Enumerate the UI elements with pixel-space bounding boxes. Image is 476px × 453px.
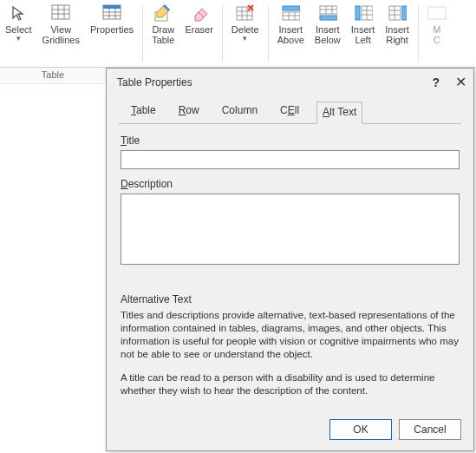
alt-text-panel: Title Description Alternative Text Title… — [107, 124, 473, 397]
svg-rect-0 — [52, 5, 69, 19]
ribbon: Select ▾ ViewGridlines Properties DrawTa… — [0, 0, 476, 68]
eraser-icon — [190, 3, 209, 23]
merge-cells-cut: MC — [422, 0, 452, 67]
tab-cell[interactable]: CEll — [275, 101, 304, 123]
separator — [142, 5, 143, 62]
eraser-button[interactable]: Eraser — [179, 0, 218, 67]
dialog-title: Table Properties — [117, 76, 192, 89]
svg-rect-39 — [428, 7, 446, 19]
close-button[interactable]: ✕ — [455, 74, 466, 90]
ribbon-group-label: Table — [0, 68, 106, 84]
cursor-icon — [9, 3, 28, 23]
svg-rect-6 — [103, 5, 121, 9]
cancel-button[interactable]: Cancel — [399, 419, 461, 440]
insert-col-left-icon — [354, 3, 373, 23]
view-gridlines-button[interactable]: ViewGridlines — [37, 0, 85, 67]
select-button[interactable]: Select ▾ — [0, 0, 37, 67]
tab-row[interactable]: Row — [173, 101, 205, 123]
description-input[interactable] — [121, 194, 460, 265]
help-button[interactable]: ? — [432, 76, 440, 89]
separator — [268, 5, 269, 62]
ok-button[interactable]: OK — [329, 419, 392, 440]
title-label: Title — [121, 135, 460, 147]
svg-rect-38 — [402, 6, 407, 20]
alt-text-help-1: Titles and descriptions provide alternat… — [121, 309, 460, 361]
insert-right-button[interactable]: InsertRight — [380, 0, 414, 67]
insert-left-button[interactable]: InsertLeft — [346, 0, 381, 67]
insert-below-button[interactable]: InsertBelow — [310, 0, 346, 67]
dialog-buttons: OK Cancel — [329, 419, 461, 440]
insert-above-button[interactable]: InsertAbove — [272, 0, 310, 67]
dialog-titlebar: Table Properties ? ✕ — [107, 69, 473, 95]
title-input[interactable] — [121, 150, 460, 169]
separator — [222, 5, 223, 62]
delete-table-icon — [236, 3, 255, 23]
tab-alt-text[interactable]: Alt Text — [316, 102, 362, 124]
insert-row-above-icon — [281, 3, 300, 23]
alternative-text-heading: Alternative Text — [121, 293, 460, 305]
svg-rect-29 — [355, 6, 360, 20]
chevron-down-icon: ▾ — [16, 35, 21, 42]
table-properties-dialog: Table Properties ? ✕ Table Row Column CE… — [106, 68, 474, 451]
properties-button[interactable]: Properties — [85, 0, 139, 67]
svg-rect-28 — [320, 16, 337, 20]
insert-col-right-icon — [388, 3, 407, 23]
delete-button[interactable]: Delete ▾ — [226, 0, 264, 67]
merge-icon — [427, 3, 447, 23]
separator — [418, 5, 419, 62]
dialog-tabs: Table Row Column CEll Alt Text — [107, 95, 473, 123]
properties-icon — [102, 3, 121, 23]
pencil-icon — [153, 3, 173, 23]
grid-icon — [51, 3, 70, 23]
alt-text-help-2: A title can be read to a person with a d… — [121, 371, 460, 397]
tab-column[interactable]: Column — [217, 101, 263, 123]
insert-row-below-icon — [318, 3, 337, 23]
chevron-down-icon: ▾ — [243, 35, 247, 42]
draw-table-button[interactable]: DrawTable — [147, 0, 179, 67]
description-label: Description — [121, 178, 460, 190]
svg-rect-19 — [283, 6, 300, 10]
tab-table[interactable]: Table — [126, 101, 161, 123]
